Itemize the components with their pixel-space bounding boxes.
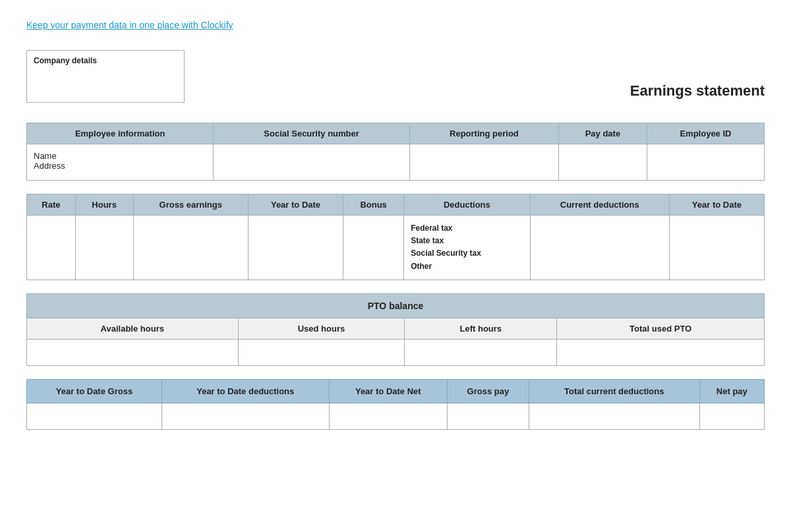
used-hours-header: Used hours [238,318,405,339]
total-used-pto-value [557,339,765,365]
current-deductions-header: Current deductions [530,194,669,216]
bonus-value [343,216,404,280]
deductions-header: Deductions [404,194,530,216]
company-details-label: Company details [34,56,97,65]
total-current-deductions-header: Total current deductions [529,379,699,403]
current-deductions-value [530,216,669,280]
pay-date-header: Pay date [558,123,647,144]
ssn-header: Social Security number [214,123,410,144]
pto-title: PTO balance [27,293,765,318]
ssn-value [214,144,410,181]
deductions-value: Federal tax State tax Social Security ta… [404,216,530,280]
pto-row [27,339,765,365]
gross-pay-value [447,403,529,429]
ytd-gross-value [27,403,162,429]
employee-info-row: NameAddress [27,144,765,181]
left-hours-header: Left hours [405,318,557,339]
ytd-gross-header: Year to Date Gross [27,379,162,403]
top-section: Company details Earnings statement [26,50,765,103]
ytd-net-value [329,403,447,429]
left-hours-value [405,339,557,365]
summary-table: Year to Date Gross Year to Date deductio… [26,379,765,430]
reporting-period-value [409,144,558,181]
employee-info-header: Employee information [27,123,214,144]
ytd-deductions-header: Year to Date deductions [161,379,329,403]
ytd-header-1: Year to Date [248,194,343,216]
company-details-box: Company details [26,50,185,103]
rate-header: Rate [27,194,76,216]
earnings-table: Rate Hours Gross earnings Year to Date B… [26,194,765,280]
bonus-header: Bonus [343,194,404,216]
total-used-pto-header: Total used PTO [557,318,765,339]
net-pay-header: Net pay [699,379,764,403]
used-hours-value [238,339,405,365]
net-pay-value [699,403,764,429]
ytd-value-2 [669,216,764,280]
ytd-header-2: Year to Date [669,194,764,216]
rate-value [27,216,76,280]
reporting-period-header: Reporting period [409,123,558,144]
hours-header: Hours [75,194,133,216]
gross-earnings-value [133,216,248,280]
ytd-net-header: Year to Date Net [329,379,447,403]
earnings-row: Federal tax State tax Social Security ta… [27,216,765,280]
pto-table: PTO balance Available hours Used hours L… [26,293,765,366]
employee-info-table: Employee information Social Security num… [26,123,765,181]
employee-id-value [647,144,764,181]
total-current-deductions-value [529,403,699,429]
available-hours-value [27,339,239,365]
hours-value [75,216,133,280]
employee-id-header: Employee ID [647,123,764,144]
earnings-title: Earnings statement [630,82,765,103]
gross-earnings-header: Gross earnings [133,194,248,216]
summary-row [27,403,765,429]
employee-name-address: NameAddress [27,144,214,181]
available-hours-header: Available hours [27,318,239,339]
pay-date-value [558,144,647,181]
ytd-value-1 [248,216,343,280]
ytd-deductions-value [161,403,329,429]
gross-pay-header: Gross pay [447,379,529,403]
clockify-link[interactable]: Keep your payment data in one place with… [26,20,233,30]
